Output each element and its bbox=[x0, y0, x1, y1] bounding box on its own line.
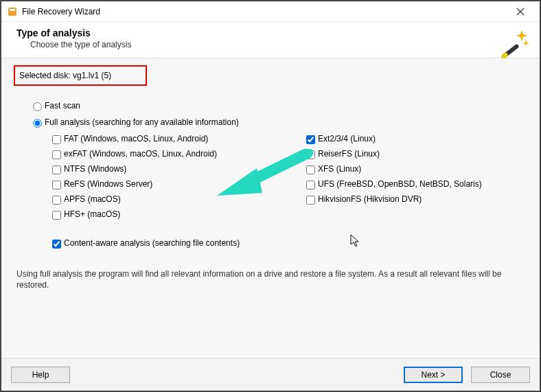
window-close-button[interactable] bbox=[507, 2, 534, 21]
full-analysis-radio[interactable] bbox=[33, 119, 42, 128]
fast-scan-radio[interactable] bbox=[33, 102, 42, 111]
full-analysis-label: Full analysis (searching for any availab… bbox=[45, 117, 239, 127]
fs-exfat[interactable]: exFAT (Windows, macOS, Linux, Android) bbox=[52, 149, 279, 159]
content-area: Selected disk: vg1.lv1 (5) Fast scan Ful… bbox=[1, 58, 540, 356]
titlebar: File Recovery Wizard bbox=[1, 1, 540, 22]
fast-scan-option[interactable]: Fast scan bbox=[33, 101, 527, 111]
fs-ntfs[interactable]: NTFS (Windows) bbox=[52, 164, 279, 174]
fs-hikvisionfs[interactable]: HikvisionFS (Hikvision DVR) bbox=[306, 194, 512, 204]
content-aware-label: Content-aware analysis (searching file c… bbox=[64, 238, 240, 248]
content-aware-checkbox[interactable] bbox=[52, 240, 61, 249]
svg-rect-0 bbox=[8, 8, 16, 16]
fs-apfs[interactable]: APFS (macOS) bbox=[52, 194, 279, 204]
svg-rect-1 bbox=[10, 9, 15, 11]
selected-disk-box: Selected disk: vg1.lv1 (5) bbox=[14, 65, 147, 86]
selected-disk-label: Selected disk: vg1.lv1 (5) bbox=[19, 71, 111, 80]
page-title: Type of analysis bbox=[16, 27, 525, 38]
next-button[interactable]: Next > bbox=[404, 367, 463, 383]
footer: Help Next > Close bbox=[1, 358, 540, 391]
app-icon bbox=[7, 6, 18, 17]
window-title: File Recovery Wizard bbox=[22, 7, 507, 16]
page-subtitle: Choose the type of analysis bbox=[30, 40, 525, 49]
analysis-description: Using full analysis the program will fin… bbox=[16, 268, 525, 290]
wizard-wand-icon bbox=[497, 26, 530, 59]
content-aware-option[interactable]: Content-aware analysis (searching file c… bbox=[52, 238, 527, 248]
fs-ext[interactable]: Ext2/3/4 (Linux) bbox=[306, 134, 512, 143]
svg-marker-2 bbox=[516, 30, 527, 41]
close-button[interactable]: Close bbox=[471, 367, 530, 383]
fs-xfs[interactable]: XFS (Linux) bbox=[306, 164, 512, 174]
help-button[interactable]: Help bbox=[11, 367, 70, 383]
fast-scan-label: Fast scan bbox=[45, 101, 80, 111]
filesystem-grid: FAT (Windows, macOS, Linux, Android) Ext… bbox=[52, 134, 527, 219]
fs-reiserfs[interactable]: ReiserFS (Linux) bbox=[306, 149, 512, 159]
full-analysis-option[interactable]: Full analysis (searching for any availab… bbox=[33, 117, 527, 127]
fs-fat[interactable]: FAT (Windows, macOS, Linux, Android) bbox=[52, 134, 279, 143]
svg-marker-3 bbox=[522, 40, 529, 47]
fs-refs[interactable]: ReFS (Windows Server) bbox=[52, 179, 279, 189]
wizard-header: Type of analysis Choose the type of anal… bbox=[1, 22, 540, 58]
fs-ufs[interactable]: UFS (FreeBSD, OpenBSD, NetBSD, Solaris) bbox=[306, 179, 512, 189]
fs-hfsplus[interactable]: HFS+ (macOS) bbox=[52, 209, 279, 219]
